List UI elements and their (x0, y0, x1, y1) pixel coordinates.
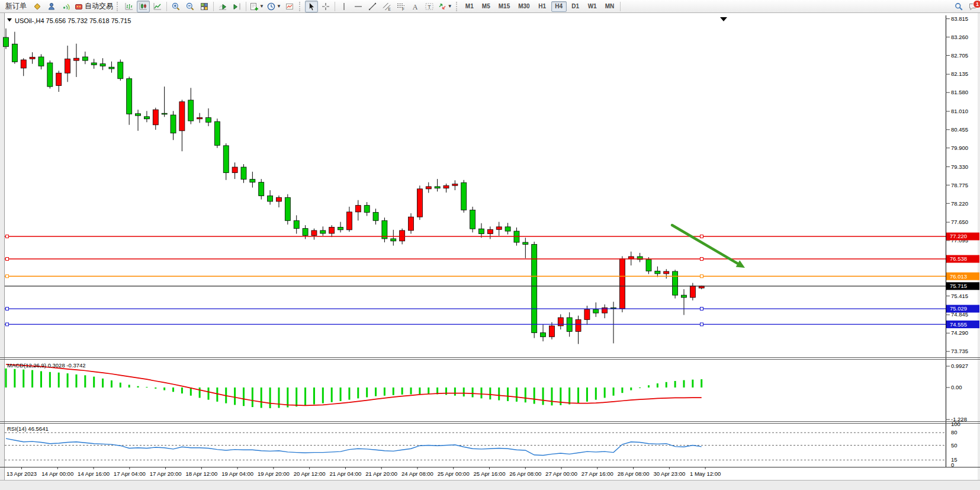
horizontal-line-button[interactable] (352, 1, 365, 12)
hline-handle[interactable] (701, 235, 703, 238)
candle-body (91, 63, 97, 65)
candle-body (162, 113, 167, 114)
macd-histogram-bar (216, 387, 218, 402)
candle-body (470, 210, 475, 229)
toolbar-drag-handle[interactable] (456, 2, 458, 11)
vertical-line-button[interactable] (338, 1, 351, 12)
candle-body (426, 187, 431, 189)
channel-button[interactable]: E (380, 1, 393, 12)
candle-chart-button[interactable] (137, 1, 150, 12)
candle-body (690, 286, 695, 297)
channel-icon: E (382, 2, 391, 11)
crosshair-button[interactable] (319, 1, 332, 12)
bar-chart-button[interactable] (123, 1, 136, 12)
person-icon (47, 2, 56, 11)
macd-histogram-bar (181, 387, 183, 393)
dropdown-caret-icon[interactable]: ▼ (277, 4, 281, 9)
text-tool-button[interactable]: A (409, 1, 422, 12)
autoscroll-icon (218, 2, 227, 11)
candle-body (144, 117, 149, 119)
macd-axis-label: 0.9927 (951, 363, 968, 369)
timeframe-H4[interactable]: H4 (551, 1, 567, 12)
arrows-tool-button[interactable]: ▼ (437, 1, 453, 12)
hline-handle[interactable] (701, 257, 703, 260)
chart-shift-button[interactable] (230, 1, 243, 12)
hline-handle[interactable] (701, 323, 703, 326)
price-tick-label: 83.260 (951, 34, 968, 40)
macd-histogram-bar (384, 387, 385, 396)
hline-handle[interactable] (701, 308, 703, 310)
macd-histogram-bar (454, 387, 456, 396)
auto-scroll-button[interactable] (216, 1, 229, 12)
terminal-icon-button[interactable] (45, 1, 58, 12)
chart-title: USOil-,H4 75.656 75.732 75.618 75.715 (7, 17, 131, 24)
hline-handle[interactable] (6, 275, 9, 278)
hline-icon (354, 2, 363, 11)
new-order-button[interactable]: 新订单 (2, 1, 30, 12)
price-badge-label: 75.715 (950, 283, 967, 289)
toolbar-drag-handle[interactable] (117, 2, 119, 11)
toolbar-separator (213, 2, 214, 11)
timeframe-M15[interactable]: M15 (495, 1, 513, 12)
timeframe-W1[interactable]: W1 (584, 1, 600, 12)
toolbar: 新订单自动交易▼▼EFAT▼M1M5M15M30H1H4D1W1MN1 (0, 0, 980, 13)
price-tick-label: 77.650 (951, 219, 968, 225)
time-tick-label: 21 Apr 04:00 (329, 470, 361, 477)
macd-histogram-bar (375, 387, 377, 396)
zoom-out-button[interactable] (184, 1, 197, 12)
macd-histogram-bar (163, 387, 165, 390)
new-chart-button[interactable]: ▼ (249, 1, 265, 12)
timeframe-M1[interactable]: M1 (462, 1, 477, 12)
hline-handle[interactable] (6, 257, 9, 260)
candle-body (435, 187, 440, 188)
timeframe-M5[interactable]: M5 (478, 1, 494, 12)
zoom-in-button[interactable] (169, 1, 182, 12)
fibonacci-button[interactable]: F (394, 1, 407, 12)
diamond-icon (33, 2, 42, 11)
hline-handle[interactable] (701, 275, 703, 278)
toolbar-drag-handle[interactable] (299, 2, 301, 11)
svg-text:T: T (428, 4, 431, 9)
candle-body (478, 229, 484, 233)
search-icon (954, 2, 963, 11)
autotrade-button[interactable]: 自动交易 (73, 1, 114, 12)
search-button[interactable] (952, 1, 965, 12)
signals-icon-button[interactable] (59, 1, 72, 12)
macd-histogram-bar (75, 374, 77, 387)
price-badge-label: 77.220 (950, 233, 967, 239)
rsi-axis-label: 80 (951, 429, 957, 435)
timeframe-MN[interactable]: MN (602, 1, 618, 12)
cursor-button[interactable] (305, 1, 318, 12)
macd-histogram-bar (595, 387, 597, 400)
chat-button[interactable]: 1 (966, 1, 979, 12)
crosshair-icon (321, 2, 330, 11)
tile-windows-button[interactable] (198, 1, 211, 12)
time-tick-label: 20 Apr 12:00 (294, 470, 326, 477)
hline-handle[interactable] (6, 235, 9, 238)
rsi-axis-label: 50 (951, 442, 957, 449)
period-selector-button[interactable]: ▼ (266, 1, 282, 12)
macd-histogram-bar (525, 387, 526, 402)
hline-handle[interactable] (6, 323, 9, 326)
timeframe-M30[interactable]: M30 (515, 1, 533, 12)
candle-body (373, 212, 378, 220)
hline-handle[interactable] (6, 308, 9, 310)
macd-histogram-bar (5, 369, 7, 387)
timeframe-D1[interactable]: D1 (568, 1, 583, 12)
candle-body (329, 227, 335, 233)
macd-histogram-bar (261, 387, 262, 408)
candle-body (496, 227, 502, 229)
template-button[interactable] (283, 1, 296, 12)
candle-body (532, 244, 537, 332)
dropdown-caret-icon[interactable]: ▼ (448, 4, 452, 9)
new-order-icon-button[interactable] (31, 1, 44, 12)
line-chart-button[interactable] (151, 1, 164, 12)
mt4-window: 83.81583.26082.70582.13581.58081.01080.4… (0, 0, 980, 490)
timeframe-H1[interactable]: H1 (535, 1, 550, 12)
toolbar-separator (335, 2, 335, 11)
label-tool-button[interactable]: T (423, 1, 436, 12)
macd-histogram-bar (23, 370, 24, 387)
trendline-button[interactable] (366, 1, 379, 12)
candle-body (444, 185, 449, 188)
dropdown-caret-icon[interactable]: ▼ (259, 4, 264, 9)
